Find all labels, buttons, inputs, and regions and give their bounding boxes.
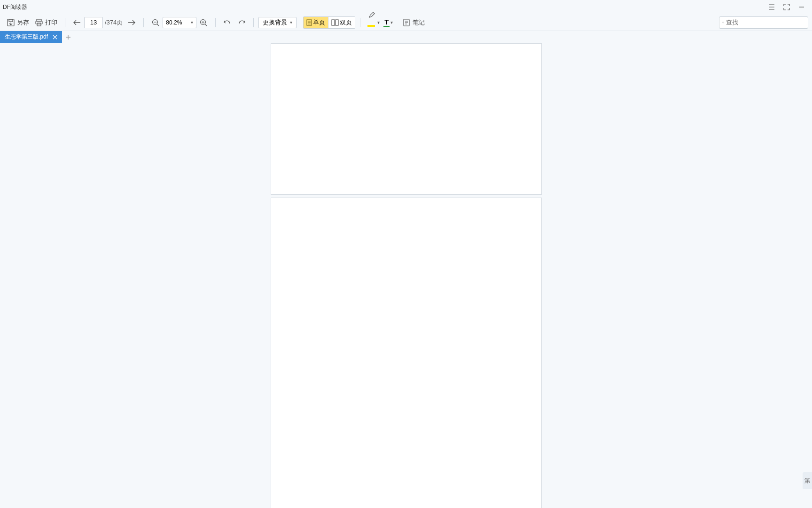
zoom-level-select[interactable]: 80.2% ▾ <box>163 17 196 28</box>
page <box>271 43 542 195</box>
svg-rect-4 <box>37 23 41 26</box>
close-tab-button[interactable] <box>52 34 58 40</box>
double-page-button[interactable]: 双页 <box>328 17 355 28</box>
page-indicator-button[interactable]: 第 <box>803 472 812 489</box>
close-icon <box>53 35 57 40</box>
save-as-label: 另存 <box>17 18 29 27</box>
separator <box>215 18 216 27</box>
svg-rect-1 <box>9 19 13 22</box>
search-input[interactable] <box>726 19 805 26</box>
new-tab-button[interactable] <box>62 31 74 43</box>
svg-rect-8 <box>332 20 335 25</box>
separator <box>65 18 65 27</box>
highlight-icon <box>367 18 376 27</box>
chevron-down-icon: ▾ <box>390 20 393 25</box>
titlebar: DF阅读器 <box>0 0 812 14</box>
zoom-out-icon <box>151 18 160 27</box>
minimize-icon <box>799 4 804 10</box>
print-button[interactable]: 打印 <box>32 16 60 29</box>
page <box>271 198 542 508</box>
arrow-right-icon <box>127 18 136 27</box>
chevron-down-icon: ▾ <box>290 20 292 25</box>
tab-title: 生态学第三版.pdf <box>5 33 48 41</box>
separator <box>253 18 254 27</box>
text-annotation-button[interactable]: T ▾ <box>382 16 395 29</box>
tabstrip: 生态学第三版.pdf <box>0 31 812 43</box>
print-label: 打印 <box>45 18 57 27</box>
plus-icon <box>65 34 71 40</box>
hamburger-menu-button[interactable] <box>764 0 779 14</box>
double-page-label: 双页 <box>340 18 352 27</box>
fullscreen-icon <box>783 4 790 10</box>
highlight-button[interactable]: ▾ <box>365 16 382 29</box>
note-label: 笔记 <box>413 18 425 27</box>
note-icon <box>402 18 411 27</box>
text-icon: T <box>383 18 390 27</box>
chevron-down-icon: ▾ <box>191 20 193 25</box>
document-viewport[interactable]: 第 <box>0 43 812 508</box>
undo-icon <box>223 18 232 27</box>
search-box[interactable] <box>719 16 808 29</box>
toolbar: 另存 打印 /374页 80.2% ▾ <box>0 14 812 31</box>
minimize-button[interactable] <box>794 0 809 14</box>
zoom-value: 80.2% <box>166 19 182 26</box>
next-page-button[interactable] <box>125 16 139 29</box>
separator <box>360 18 360 27</box>
chevron-down-icon: ▾ <box>377 20 380 25</box>
page-view-toggle: 单页 双页 <box>303 16 355 29</box>
page-indicator-label: 第 <box>804 477 810 485</box>
svg-rect-3 <box>36 21 42 24</box>
zoom-in-icon <box>199 18 208 27</box>
undo-button[interactable] <box>220 16 234 29</box>
single-page-icon <box>306 19 312 26</box>
single-page-button[interactable]: 单页 <box>304 17 328 28</box>
double-page-icon <box>331 19 339 26</box>
prev-page-button[interactable] <box>70 16 84 29</box>
app-title: DF阅读器 <box>3 3 27 11</box>
change-background-label: 更换背景 <box>263 18 287 27</box>
zoom-in-button[interactable] <box>196 16 211 29</box>
save-as-button[interactable]: 另存 <box>4 16 32 29</box>
zoom-out-button[interactable] <box>148 16 163 29</box>
redo-icon <box>237 18 246 27</box>
page-total-label: /374页 <box>105 18 123 27</box>
fullscreen-button[interactable] <box>779 0 794 14</box>
save-icon <box>7 18 15 27</box>
hamburger-icon <box>768 4 775 10</box>
pages-container <box>271 43 542 508</box>
print-icon <box>35 18 43 27</box>
change-background-select[interactable]: 更换背景 ▾ <box>258 17 297 28</box>
note-button[interactable]: 笔记 <box>399 16 428 29</box>
separator <box>143 18 144 27</box>
svg-point-11 <box>722 22 724 23</box>
single-page-label: 单页 <box>313 18 325 27</box>
arrow-left-icon <box>73 18 81 27</box>
search-icon <box>722 19 724 26</box>
redo-button[interactable] <box>234 16 249 29</box>
svg-rect-9 <box>336 20 338 25</box>
document-tab[interactable]: 生态学第三版.pdf <box>0 31 62 43</box>
page-number-input[interactable] <box>84 17 103 28</box>
